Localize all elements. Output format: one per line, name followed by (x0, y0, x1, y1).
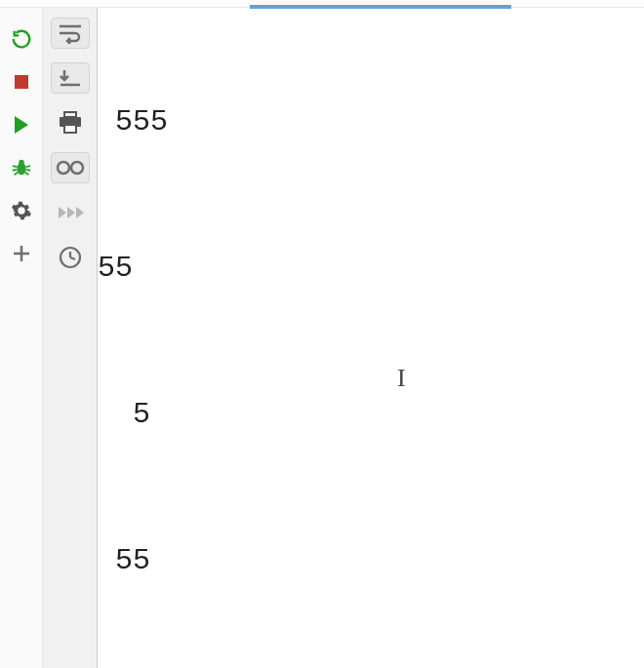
primary-toolbar (0, 0, 43, 668)
continue-icon (57, 205, 84, 220)
output-line: 55 (98, 536, 644, 585)
continue-button[interactable] (51, 197, 90, 228)
restart-kernel-button[interactable] (10, 27, 33, 51)
step-button[interactable] (51, 62, 90, 94)
svg-line-22 (70, 257, 75, 259)
output-line: 5 (98, 390, 644, 439)
restart-icon (11, 28, 32, 50)
console-area[interactable]: 555 55 5 55 55 5 55 6 66 6 6 66 6 6 In [… (98, 0, 644, 668)
svg-point-17 (58, 162, 69, 174)
gear-icon (11, 200, 32, 221)
svg-line-7 (14, 173, 18, 176)
settings-button[interactable] (10, 199, 33, 222)
step-into-icon (59, 67, 82, 89)
svg-rect-0 (15, 75, 28, 89)
print-button[interactable] (51, 107, 90, 138)
stop-button[interactable] (10, 70, 33, 94)
inspect-button[interactable] (51, 152, 90, 183)
clock-icon (59, 246, 82, 269)
svg-line-4 (25, 166, 30, 167)
output-line: 55 (98, 244, 644, 293)
play-icon (12, 114, 31, 136)
wrap-icon (58, 22, 83, 44)
inspect-icon (56, 159, 85, 177)
output-line: 555 (98, 98, 644, 146)
svg-rect-16 (64, 125, 76, 133)
svg-point-18 (71, 162, 83, 174)
run-button[interactable] (10, 113, 33, 137)
svg-line-6 (25, 170, 30, 171)
bug-icon (11, 157, 32, 178)
printer-icon (58, 111, 83, 135)
svg-point-2 (19, 160, 24, 166)
wrap-button[interactable] (51, 18, 90, 49)
add-button[interactable] (10, 242, 33, 265)
stop-icon (14, 74, 29, 90)
svg-line-8 (24, 173, 28, 176)
plus-icon (12, 244, 31, 263)
console-output: 555 55 5 55 55 5 55 6 66 6 6 66 6 6 (98, 0, 644, 668)
secondary-toolbar (43, 0, 98, 668)
svg-line-5 (12, 170, 17, 171)
svg-rect-14 (64, 112, 76, 117)
debug-button[interactable] (10, 156, 33, 179)
history-button[interactable] (51, 242, 90, 273)
svg-line-3 (12, 166, 17, 167)
progress-indicator (250, 5, 511, 9)
